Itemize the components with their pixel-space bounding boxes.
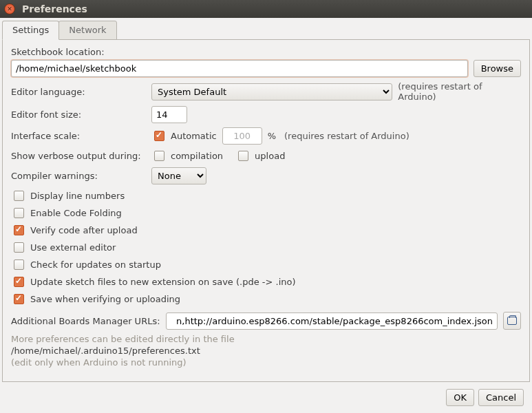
display-line-numbers-checkbox[interactable]: Display line numbers — [11, 189, 125, 203]
expand-urls-button[interactable] — [503, 312, 521, 330]
scale-value-input — [222, 127, 262, 145]
compiler-warnings-select[interactable]: None — [151, 167, 206, 184]
editor-language-label: Editor language: — [11, 87, 146, 97]
compiler-warnings-label: Compiler warnings: — [11, 171, 146, 181]
sketchbook-path-input[interactable] — [11, 60, 468, 77]
lang-restart-hint: (requires restart of Arduino) — [398, 81, 521, 102]
tab-bar: Settings Network — [2, 20, 530, 39]
verbose-label: Show verbose output during: — [11, 151, 146, 161]
prefs-file-note-1: More preferences can be edited directly … — [11, 334, 521, 344]
dialog-footer: OK Cancel — [446, 389, 524, 406]
tab-settings[interactable]: Settings — [2, 21, 59, 40]
additional-urls-label: Additional Boards Manager URLs: — [11, 316, 160, 326]
prefs-file-path: /home/michael/.arduino15/preferences.txt — [11, 346, 521, 356]
save-when-verify-checkbox[interactable]: Save when verifying or uploading — [11, 292, 180, 306]
editor-fontsize-label: Editor font size: — [11, 109, 146, 120]
editor-fontsize-input[interactable] — [151, 106, 187, 123]
check-updates-checkbox[interactable]: Check for updates on startup — [11, 257, 161, 272]
percent-label: % — [268, 131, 276, 141]
enable-code-folding-checkbox[interactable]: Enable Code Folding — [11, 206, 122, 220]
browse-button[interactable]: Browse — [474, 60, 521, 77]
compilation-checkbox[interactable]: compilation — [151, 149, 223, 163]
editor-language-select[interactable]: System Default — [151, 83, 392, 100]
interface-scale-label: Interface scale: — [11, 131, 146, 141]
cancel-button[interactable]: Cancel — [478, 389, 524, 406]
titlebar: ✕ Preferences — [0, 0, 532, 18]
settings-panel: Sketchbook location: Browse Editor langu… — [2, 39, 530, 382]
automatic-checkbox[interactable]: Automatic — [151, 129, 217, 143]
window-title: Preferences — [22, 3, 87, 14]
additional-urls-input[interactable] — [166, 313, 498, 330]
prefs-file-note-2: (edit only when Arduino is not running) — [11, 357, 521, 368]
tab-network[interactable]: Network — [58, 21, 116, 40]
upload-checkbox[interactable]: upload — [235, 149, 285, 163]
scale-restart-hint: (requires restart of Arduino) — [284, 131, 409, 141]
update-sketch-ext-checkbox[interactable]: Update sketch files to new extension on … — [11, 275, 296, 289]
close-icon[interactable]: ✕ — [4, 3, 15, 14]
use-external-editor-checkbox[interactable]: Use external editor — [11, 240, 116, 255]
ok-button[interactable]: OK — [446, 389, 474, 406]
verify-after-upload-checkbox[interactable]: Verify code after upload — [11, 223, 138, 237]
window-icon — [507, 317, 517, 325]
sketchbook-label: Sketchbook location: — [11, 47, 521, 57]
